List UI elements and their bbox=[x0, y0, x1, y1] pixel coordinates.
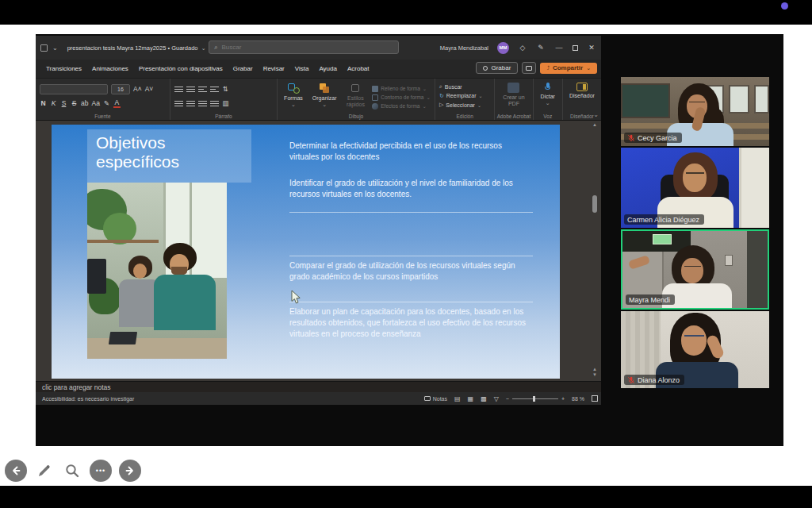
fit-to-window-icon[interactable] bbox=[592, 395, 598, 402]
search-box[interactable]: ⌕ bbox=[209, 40, 399, 54]
find-button[interactable]: ⌕ Buscar bbox=[439, 83, 490, 90]
create-pdf-button[interactable]: Crear un PDF bbox=[499, 82, 528, 108]
close-button[interactable]: ✕ bbox=[587, 44, 596, 52]
align-left-icon[interactable] bbox=[174, 100, 183, 106]
minimize-button[interactable]: — bbox=[554, 44, 564, 52]
tab-grabar[interactable]: Grabar bbox=[233, 65, 253, 72]
designer-button[interactable]: Diseñador bbox=[567, 82, 597, 100]
document-title[interactable]: presentacion tesis Mayra 12may2025 • Gua… bbox=[67, 44, 206, 52]
zoom-slider-thumb[interactable] bbox=[533, 396, 535, 402]
slideshow-icon[interactable]: ▽ bbox=[494, 395, 499, 402]
notes-icon bbox=[424, 396, 431, 401]
collapse-ribbon-icon[interactable]: ⌄ bbox=[593, 111, 599, 118]
divider-line bbox=[289, 256, 533, 256]
align-center-icon[interactable] bbox=[186, 100, 195, 106]
zoom-slider[interactable] bbox=[512, 398, 558, 399]
tab-transiciones[interactable]: Transiciones bbox=[46, 65, 82, 72]
tab-revisar[interactable]: Revisar bbox=[263, 65, 285, 72]
zoom-percent[interactable]: 88 % bbox=[572, 396, 584, 402]
slide-scrollbar[interactable]: ▲ ▲▼ bbox=[591, 122, 599, 379]
decrease-indent-icon[interactable] bbox=[198, 86, 207, 92]
select-icon: ▷ bbox=[439, 102, 443, 108]
participant-tile-cecy-garcia[interactable]: Cecy Garcia bbox=[621, 77, 769, 146]
dictate-button[interactable]: Dictar ⌄ bbox=[538, 82, 558, 107]
tab-presentacion-con-diapositivas[interactable]: Presentación con diapositivas bbox=[139, 65, 223, 72]
shape-fill-button[interactable]: Relleno de forma⌄ bbox=[372, 86, 431, 92]
tab-ayuda[interactable]: Ayuda bbox=[319, 65, 337, 72]
search-input[interactable] bbox=[221, 44, 364, 51]
bullets-icon[interactable] bbox=[174, 86, 183, 92]
normal-view-icon[interactable]: ▤ bbox=[454, 395, 461, 402]
prev-next-slide-buttons[interactable]: ▲▼ bbox=[591, 367, 599, 378]
accessibility-status[interactable]: Accesibilidad: es necesario investigar bbox=[42, 396, 134, 402]
objective-4: Elaborar un plan de capacitación para lo… bbox=[289, 306, 533, 339]
participant-tile-mayra-mendi-active-speaker[interactable]: Mayra Mendi bbox=[621, 229, 769, 310]
tab-vista[interactable]: Vista bbox=[295, 65, 309, 72]
italic-button[interactable]: K bbox=[50, 99, 57, 107]
notes-pane[interactable]: clic para agregar notas bbox=[36, 381, 601, 392]
powerpoint-window: ⌄ presentacion tesis Mayra 12may2025 • G… bbox=[36, 36, 601, 405]
decrease-font-icon[interactable]: A˅ bbox=[145, 85, 154, 93]
increase-font-icon[interactable]: A˄ bbox=[133, 85, 142, 93]
highlight-pen-icon[interactable]: ✎ bbox=[103, 99, 110, 107]
shape-fill-icon bbox=[372, 86, 378, 92]
columns-icon[interactable]: ▥ bbox=[222, 99, 229, 107]
line-spacing-icon[interactable]: ⇅ bbox=[222, 85, 229, 93]
participant-tile-diana-alonzo[interactable]: Diana Alonzo bbox=[621, 311, 769, 388]
underline-button[interactable]: S bbox=[60, 99, 67, 107]
replace-button[interactable]: ↻ Reemplazar⌄ bbox=[439, 93, 490, 99]
organizar-button[interactable]: Organizar ⌄ bbox=[310, 82, 339, 111]
reading-view-icon[interactable]: ▩ bbox=[481, 395, 487, 402]
restore-button[interactable] bbox=[573, 45, 578, 51]
slide[interactable]: Objetivos específicos bbox=[52, 125, 560, 379]
dictate-chevron-icon: ⌄ bbox=[546, 100, 550, 106]
group-label-parrafo: Párrafo bbox=[170, 114, 277, 119]
bottom-black-bar bbox=[0, 486, 812, 508]
increase-indent-icon[interactable] bbox=[210, 86, 219, 92]
font-size-combobox[interactable]: 16 bbox=[111, 84, 130, 94]
more-options-button[interactable]: ••• bbox=[90, 460, 112, 482]
forward-button[interactable] bbox=[119, 460, 141, 482]
comments-button[interactable] bbox=[522, 62, 536, 74]
slide-title-box[interactable]: Objetivos específicos bbox=[87, 129, 251, 183]
record-button[interactable]: Grabar bbox=[476, 62, 518, 74]
zoom-search-button[interactable] bbox=[62, 460, 82, 482]
numbering-icon[interactable] bbox=[186, 86, 195, 92]
strikethrough-button[interactable]: S bbox=[71, 99, 78, 107]
participant-label: Mayra Mendi bbox=[626, 294, 675, 305]
tab-acrobat[interactable]: Acrobat bbox=[347, 65, 370, 72]
shape-outline-button[interactable]: Contorno de forma⌄ bbox=[372, 94, 431, 101]
formas-button[interactable]: Formas ⌄ bbox=[282, 82, 305, 111]
estilos-rapidos-button[interactable]: Estilos rápidos bbox=[344, 82, 368, 111]
zoom-out-icon[interactable]: − bbox=[506, 396, 509, 402]
qat-chevron-icon[interactable]: ⌄ bbox=[52, 44, 58, 52]
tab-animaciones[interactable]: Animaciones bbox=[92, 65, 128, 72]
quick-access-toolbar[interactable]: ⌄ bbox=[40, 44, 58, 52]
zoom-control[interactable]: − + bbox=[506, 396, 565, 402]
group-label-dibujo: Dibujo bbox=[278, 114, 435, 119]
font-name-combobox[interactable] bbox=[40, 84, 108, 94]
font-color-button[interactable]: A bbox=[113, 98, 121, 108]
annotate-button[interactable] bbox=[34, 460, 55, 482]
group-label-edicion: Edición bbox=[435, 114, 494, 119]
align-right-icon[interactable] bbox=[198, 100, 207, 106]
notes-toggle-button[interactable]: Notas bbox=[424, 396, 447, 402]
bold-button[interactable]: N bbox=[40, 99, 47, 107]
share-button[interactable]: ⤴ Compartir ⌄ bbox=[540, 63, 597, 74]
select-button[interactable]: ▷ Seleccionar⌄ bbox=[439, 102, 490, 108]
scroll-up-icon[interactable]: ▲ bbox=[591, 122, 599, 127]
account-name[interactable]: Mayra Mendizabal bbox=[440, 44, 488, 52]
account-avatar[interactable]: MM bbox=[497, 42, 509, 54]
slide-sorter-icon[interactable]: ▦ bbox=[468, 395, 474, 402]
slide-photo-people-at-computers[interactable] bbox=[87, 183, 227, 359]
scrollbar-thumb[interactable] bbox=[592, 195, 597, 213]
change-case-button[interactable]: Aa bbox=[91, 99, 99, 107]
zoom-in-icon[interactable]: + bbox=[561, 396, 565, 402]
text-shadow-button[interactable]: ab bbox=[81, 99, 88, 107]
back-button[interactable] bbox=[5, 460, 27, 482]
justify-icon[interactable] bbox=[210, 100, 219, 106]
ink-icon[interactable]: ✎ bbox=[536, 44, 546, 52]
present-icon[interactable]: ◇ bbox=[518, 44, 527, 52]
shape-effects-button[interactable]: Efectos de forma⌄ bbox=[372, 103, 431, 110]
participant-tile-carmen-alicia-dieguez[interactable]: Carmen Alicia Diéguez bbox=[621, 148, 769, 228]
